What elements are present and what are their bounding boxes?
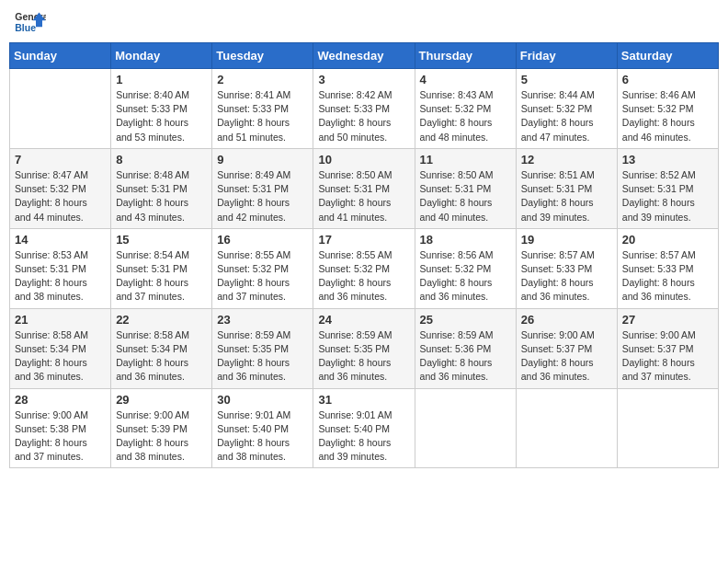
day-number: 22: [116, 313, 207, 327]
day-detail: Sunrise: 8:53 AMSunset: 5:31 PMDaylight:…: [15, 248, 106, 304]
day-cell-20: 20Sunrise: 8:57 AMSunset: 5:33 PMDayligh…: [617, 228, 718, 308]
day-cell-1: 1Sunrise: 8:40 AMSunset: 5:33 PMDaylight…: [111, 69, 212, 149]
empty-cell: [617, 388, 718, 468]
day-number: 13: [622, 153, 713, 167]
week-row-1: 1Sunrise: 8:40 AMSunset: 5:33 PMDaylight…: [10, 69, 719, 149]
day-detail: Sunrise: 8:57 AMSunset: 5:33 PMDaylight:…: [521, 248, 612, 304]
empty-cell: [10, 69, 111, 149]
header-thursday: Thursday: [415, 43, 516, 69]
day-detail: Sunrise: 8:51 AMSunset: 5:31 PMDaylight:…: [521, 168, 612, 224]
day-cell-6: 6Sunrise: 8:46 AMSunset: 5:32 PMDaylight…: [617, 69, 718, 149]
day-detail: Sunrise: 8:52 AMSunset: 5:31 PMDaylight:…: [622, 168, 713, 224]
day-number: 14: [15, 233, 106, 247]
day-detail: Sunrise: 9:01 AMSunset: 5:40 PMDaylight:…: [318, 408, 409, 465]
day-cell-11: 11Sunrise: 8:50 AMSunset: 5:31 PMDayligh…: [415, 148, 516, 228]
calendar-header-row: SundayMondayTuesdayWednesdayThursdayFrid…: [10, 43, 719, 69]
day-cell-29: 29Sunrise: 9:00 AMSunset: 5:39 PMDayligh…: [111, 388, 212, 468]
day-number: 8: [116, 153, 207, 167]
day-detail: Sunrise: 8:47 AMSunset: 5:32 PMDaylight:…: [15, 168, 106, 224]
calendar: SundayMondayTuesdayWednesdayThursdayFrid…: [9, 42, 719, 468]
day-number: 12: [521, 153, 612, 167]
day-cell-25: 25Sunrise: 8:59 AMSunset: 5:36 PMDayligh…: [415, 308, 516, 388]
day-number: 2: [217, 73, 308, 86]
day-cell-7: 7Sunrise: 8:47 AMSunset: 5:32 PMDaylight…: [10, 148, 111, 228]
header-tuesday: Tuesday: [212, 43, 313, 69]
day-number: 16: [217, 233, 308, 247]
day-number: 10: [318, 153, 409, 167]
day-detail: Sunrise: 8:54 AMSunset: 5:31 PMDaylight:…: [116, 248, 207, 304]
day-number: 20: [622, 233, 713, 247]
day-detail: Sunrise: 9:00 AMSunset: 5:38 PMDaylight:…: [15, 408, 106, 465]
day-detail: Sunrise: 8:48 AMSunset: 5:31 PMDaylight:…: [116, 168, 207, 224]
day-number: 25: [420, 313, 511, 327]
day-detail: Sunrise: 8:57 AMSunset: 5:33 PMDaylight:…: [622, 248, 713, 304]
day-detail: Sunrise: 8:58 AMSunset: 5:34 PMDaylight:…: [116, 328, 207, 385]
day-cell-28: 28Sunrise: 9:00 AMSunset: 5:38 PMDayligh…: [10, 388, 111, 468]
day-detail: Sunrise: 8:49 AMSunset: 5:31 PMDaylight:…: [217, 168, 308, 224]
day-detail: Sunrise: 8:46 AMSunset: 5:32 PMDaylight:…: [622, 88, 713, 144]
week-row-5: 28Sunrise: 9:00 AMSunset: 5:38 PMDayligh…: [10, 388, 719, 468]
day-cell-18: 18Sunrise: 8:56 AMSunset: 5:32 PMDayligh…: [415, 228, 516, 308]
day-cell-12: 12Sunrise: 8:51 AMSunset: 5:31 PMDayligh…: [516, 148, 617, 228]
day-detail: Sunrise: 8:58 AMSunset: 5:34 PMDaylight:…: [15, 328, 106, 385]
day-number: 30: [217, 393, 308, 407]
header-saturday: Saturday: [617, 43, 718, 69]
day-detail: Sunrise: 8:40 AMSunset: 5:33 PMDaylight:…: [116, 88, 207, 144]
day-number: 18: [420, 233, 511, 247]
day-cell-15: 15Sunrise: 8:54 AMSunset: 5:31 PMDayligh…: [111, 228, 212, 308]
day-detail: Sunrise: 8:55 AMSunset: 5:32 PMDaylight:…: [217, 248, 308, 304]
day-detail: Sunrise: 8:50 AMSunset: 5:31 PMDaylight:…: [420, 168, 511, 224]
day-cell-8: 8Sunrise: 8:48 AMSunset: 5:31 PMDaylight…: [111, 148, 212, 228]
day-detail: Sunrise: 8:42 AMSunset: 5:33 PMDaylight:…: [318, 88, 409, 144]
day-number: 19: [521, 233, 612, 247]
day-number: 24: [318, 313, 409, 327]
header-friday: Friday: [516, 43, 617, 69]
day-cell-22: 22Sunrise: 8:58 AMSunset: 5:34 PMDayligh…: [111, 308, 212, 388]
day-cell-16: 16Sunrise: 8:55 AMSunset: 5:32 PMDayligh…: [212, 228, 313, 308]
day-cell-13: 13Sunrise: 8:52 AMSunset: 5:31 PMDayligh…: [617, 148, 718, 228]
day-cell-17: 17Sunrise: 8:55 AMSunset: 5:32 PMDayligh…: [313, 228, 415, 308]
day-cell-9: 9Sunrise: 8:49 AMSunset: 5:31 PMDaylight…: [212, 148, 313, 228]
day-cell-14: 14Sunrise: 8:53 AMSunset: 5:31 PMDayligh…: [10, 228, 111, 308]
day-detail: Sunrise: 8:59 AMSunset: 5:36 PMDaylight:…: [420, 328, 511, 385]
day-number: 21: [15, 313, 106, 327]
day-cell-19: 19Sunrise: 8:57 AMSunset: 5:33 PMDayligh…: [516, 228, 617, 308]
day-cell-3: 3Sunrise: 8:42 AMSunset: 5:33 PMDaylight…: [313, 69, 415, 149]
week-row-3: 14Sunrise: 8:53 AMSunset: 5:31 PMDayligh…: [10, 228, 719, 308]
day-number: 31: [318, 393, 409, 407]
week-row-2: 7Sunrise: 8:47 AMSunset: 5:32 PMDaylight…: [10, 148, 719, 228]
day-cell-27: 27Sunrise: 9:00 AMSunset: 5:37 PMDayligh…: [617, 308, 718, 388]
day-cell-30: 30Sunrise: 9:01 AMSunset: 5:40 PMDayligh…: [212, 388, 313, 468]
day-cell-31: 31Sunrise: 9:01 AMSunset: 5:40 PMDayligh…: [313, 388, 415, 468]
day-cell-23: 23Sunrise: 8:59 AMSunset: 5:35 PMDayligh…: [212, 308, 313, 388]
day-number: 3: [318, 73, 409, 86]
day-detail: Sunrise: 8:44 AMSunset: 5:32 PMDaylight:…: [521, 88, 612, 144]
day-cell-10: 10Sunrise: 8:50 AMSunset: 5:31 PMDayligh…: [313, 148, 415, 228]
empty-cell: [516, 388, 617, 468]
day-detail: Sunrise: 8:43 AMSunset: 5:32 PMDaylight:…: [420, 88, 511, 144]
day-number: 27: [622, 313, 713, 327]
day-detail: Sunrise: 9:01 AMSunset: 5:40 PMDaylight:…: [217, 408, 308, 465]
day-number: 15: [116, 233, 207, 247]
day-number: 1: [116, 73, 207, 86]
logo-icon: General Blue: [13, 9, 46, 35]
day-number: 5: [521, 73, 612, 86]
day-detail: Sunrise: 8:41 AMSunset: 5:33 PMDaylight:…: [217, 88, 308, 144]
day-cell-4: 4Sunrise: 8:43 AMSunset: 5:32 PMDaylight…: [415, 69, 516, 149]
day-detail: Sunrise: 9:00 AMSunset: 5:37 PMDaylight:…: [521, 328, 612, 385]
day-detail: Sunrise: 8:55 AMSunset: 5:32 PMDaylight:…: [318, 248, 409, 304]
day-number: 29: [116, 393, 207, 407]
empty-cell: [415, 388, 516, 468]
day-cell-24: 24Sunrise: 8:59 AMSunset: 5:35 PMDayligh…: [313, 308, 415, 388]
day-number: 4: [420, 73, 511, 86]
day-number: 7: [15, 153, 106, 167]
day-detail: Sunrise: 8:59 AMSunset: 5:35 PMDaylight:…: [318, 328, 409, 385]
day-number: 6: [622, 73, 713, 86]
logo: General Blue: [13, 9, 50, 35]
week-row-4: 21Sunrise: 8:58 AMSunset: 5:34 PMDayligh…: [10, 308, 719, 388]
day-detail: Sunrise: 9:00 AMSunset: 5:37 PMDaylight:…: [622, 328, 713, 385]
day-number: 11: [420, 153, 511, 167]
header: General Blue: [9, 9, 719, 35]
day-cell-5: 5Sunrise: 8:44 AMSunset: 5:32 PMDaylight…: [516, 69, 617, 149]
day-cell-21: 21Sunrise: 8:58 AMSunset: 5:34 PMDayligh…: [10, 308, 111, 388]
